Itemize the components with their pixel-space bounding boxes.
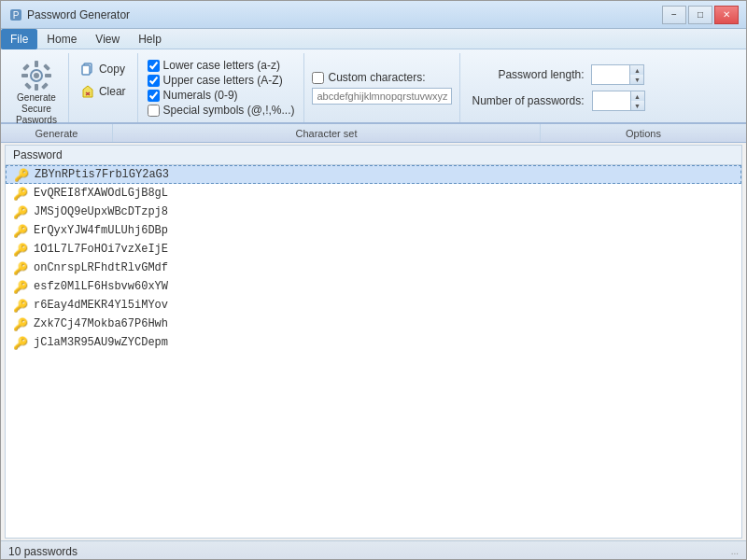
password-row[interactable]: 🔑 jClaM3R95AU9wZYCDepm — [6, 333, 741, 352]
generate-label: Generate Secure Paswords — [16, 92, 57, 126]
password-row[interactable]: 🔑 r6Eay4dMEKR4Yl5iMYov — [6, 296, 741, 315]
password-value: esfz0MlLF6Hsbvw60xYW — [34, 280, 168, 293]
uppercase-label[interactable]: Upper case letters (A-Z) — [163, 74, 283, 87]
checkbox-special: Special symbols (@,!,%...) — [148, 104, 295, 117]
menu-help[interactable]: Help — [129, 29, 171, 49]
content-area: Password 🔑 ZBYnRPtis7FrblGY2aG3 🔑 EvQREI… — [1, 143, 746, 540]
password-value: ErQyxYJW4fmULUhj6DBp — [34, 224, 168, 237]
generate-button[interactable]: Generate Secure Paswords — [12, 55, 61, 130]
password-list: 🔑 ZBYnRPtis7FrblGY2aG3 🔑 EvQREI8fXAWOdLG… — [6, 165, 741, 352]
password-value: onCnrspLRFhdtRlvGMdf — [34, 261, 168, 274]
num-passwords-spinbox: 10 ▲ ▼ — [592, 91, 645, 111]
password-length-input[interactable]: 20 — [592, 67, 629, 82]
password-length-spinbox: 20 ▲ ▼ — [591, 64, 644, 85]
clear-icon — [80, 84, 95, 99]
num-passwords-up[interactable]: ▲ — [631, 91, 644, 101]
charset-group: Lower case letters (a-z) Upper case lett… — [138, 53, 305, 122]
svg-rect-7 — [45, 74, 51, 77]
clear-button[interactable]: Clear — [77, 82, 130, 101]
num-passwords-label: Number of passwords: — [472, 94, 584, 107]
ribbon-section-labels: Generate Character set Options — [1, 124, 746, 143]
app-icon: P — [8, 7, 23, 22]
key-icon: 🔑 — [13, 225, 28, 237]
checkbox-lowercase: Lower case letters (a-z) — [148, 59, 295, 72]
menu-view[interactable]: View — [86, 29, 129, 49]
custom-chars-checkbox[interactable] — [312, 72, 324, 84]
window-controls: − □ ✕ — [662, 6, 739, 24]
password-value: jClaM3R95AU9wZYCDepm — [34, 336, 168, 349]
custom-chars-label[interactable]: Custom characters: — [328, 71, 425, 84]
window-title: Password Generator — [27, 8, 130, 21]
special-checkbox[interactable] — [148, 105, 160, 117]
password-row[interactable]: 🔑 1O1L7L7FoHOi7vzXeIjE — [6, 240, 741, 259]
section-charset-label: Character set — [113, 124, 541, 142]
password-list-wrapper[interactable]: Password 🔑 ZBYnRPtis7FrblGY2aG3 🔑 EvQREI… — [5, 145, 742, 539]
password-row[interactable]: 🔑 ErQyxYJW4fmULUhj6DBp — [6, 221, 741, 240]
password-length-down[interactable]: ▼ — [630, 75, 643, 84]
svg-rect-5 — [35, 84, 38, 91]
key-icon: 🔑 — [14, 169, 29, 181]
svg-text:P: P — [13, 10, 20, 21]
password-row[interactable]: 🔑 esfz0MlLF6Hsbvw60xYW — [6, 277, 741, 296]
svg-rect-6 — [21, 74, 28, 77]
menu-home[interactable]: Home — [37, 29, 86, 49]
password-value: Zxk7Cj47Mokba67P6Hwh — [34, 317, 168, 330]
lowercase-label[interactable]: Lower case letters (a-z) — [163, 59, 280, 72]
key-icon: 🔑 — [13, 188, 28, 200]
svg-rect-8 — [22, 63, 30, 71]
num-passwords-input[interactable]: 10 — [593, 93, 630, 108]
password-length-up[interactable]: ▲ — [630, 65, 643, 75]
password-length-spins: ▲ ▼ — [629, 65, 643, 84]
checkbox-numerals: Numerals (0-9) — [148, 89, 295, 102]
password-length-row: Password length: 20 ▲ ▼ — [472, 64, 644, 85]
password-length-label: Password length: — [472, 68, 584, 81]
key-icon: 🔑 — [13, 281, 28, 293]
key-icon: 🔑 — [13, 337, 28, 349]
password-row[interactable]: 🔑 ZBYnRPtis7FrblGY2aG3 — [6, 165, 741, 184]
menu-file[interactable]: File — [1, 29, 37, 49]
clear-label: Clear — [99, 85, 126, 98]
svg-marker-14 — [83, 86, 92, 97]
numerals-checkbox[interactable] — [148, 90, 160, 102]
section-generate-label: Generate — [1, 124, 113, 142]
custom-chars-input[interactable] — [312, 88, 452, 105]
custom-chars-group: Custom characters: — [304, 53, 460, 122]
custom-header: Custom characters: — [312, 71, 452, 84]
ribbon: Generate Secure Paswords Copy — [1, 49, 746, 124]
checkbox-uppercase: Upper case letters (A-Z) — [148, 74, 295, 87]
key-icon: 🔑 — [13, 300, 28, 312]
svg-rect-10 — [24, 82, 32, 90]
status-dots: ... — [731, 546, 739, 556]
password-row[interactable]: 🔑 EvQREI8fXAWOdLGjB8gL — [6, 184, 741, 203]
svg-rect-11 — [41, 82, 49, 90]
uppercase-checkbox[interactable] — [148, 75, 160, 87]
special-label[interactable]: Special symbols (@,!,%...) — [163, 104, 295, 117]
status-text: 10 passwords — [8, 545, 78, 558]
password-row[interactable]: 🔑 onCnrspLRFhdtRlvGMdf — [6, 259, 741, 277]
num-passwords-down[interactable]: ▼ — [631, 101, 644, 110]
minimize-button[interactable]: − — [662, 6, 686, 24]
password-value: JMSjOQ9eUpxWBcDTzpj8 — [34, 205, 168, 218]
status-bar: 10 passwords ... — [1, 540, 746, 560]
svg-point-3 — [34, 73, 39, 78]
close-button[interactable]: ✕ — [714, 6, 739, 24]
num-passwords-row: Number of passwords: 10 ▲ ▼ — [472, 91, 644, 111]
password-value: ZBYnRPtis7FrblGY2aG3 — [35, 168, 169, 181]
key-icon: 🔑 — [13, 318, 28, 330]
key-icon: 🔑 — [13, 206, 28, 218]
section-options-label: Options — [541, 124, 746, 142]
password-value: r6Eay4dMEKR4Yl5iMYov — [34, 299, 168, 312]
svg-rect-4 — [35, 61, 38, 67]
svg-rect-9 — [43, 63, 50, 71]
password-value: 1O1L7L7FoHOi7vzXeIjE — [34, 243, 168, 256]
password-row[interactable]: 🔑 Zxk7Cj47Mokba67P6Hwh — [6, 315, 741, 333]
lowercase-checkbox[interactable] — [148, 60, 160, 72]
num-passwords-spins: ▲ ▼ — [630, 91, 644, 110]
password-value: EvQREI8fXAWOdLGjB8gL — [34, 187, 168, 200]
copy-button[interactable]: Copy — [77, 60, 130, 78]
maximize-button[interactable]: □ — [688, 6, 712, 24]
numerals-label[interactable]: Numerals (0-9) — [163, 89, 238, 102]
gear-icon — [20, 59, 53, 92]
password-row[interactable]: 🔑 JMSjOQ9eUpxWBcDTzpj8 — [6, 203, 741, 221]
copy-clear-group: Copy Clear — [69, 53, 138, 122]
